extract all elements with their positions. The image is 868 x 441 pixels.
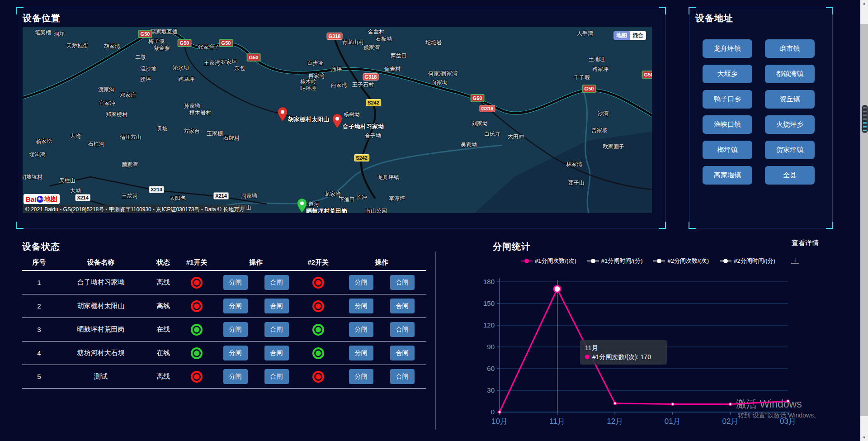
column-header: 状态: [146, 258, 181, 267]
svg-text:02月: 02月: [722, 417, 738, 426]
close-switch-button[interactable]: 合闸: [264, 275, 289, 290]
corner-decoration: [16, 222, 24, 229]
open-switch-button[interactable]: 分闸: [223, 346, 248, 360]
table-row: 1合子坳村习家坳离线分闸合闸分闸合闸: [22, 271, 426, 294]
close-switch-button[interactable]: 合闸: [264, 369, 289, 384]
svg-text:12月: 12月: [607, 417, 623, 426]
address-button[interactable]: 都镇湾镇: [765, 65, 815, 83]
road-shield: G50: [642, 71, 652, 79]
map-place-label: 合子坳: [365, 132, 381, 140]
map-place-label: 王子石村: [352, 81, 374, 89]
cell-index: 4: [22, 349, 56, 357]
map-pin-label: 晒鼓坪村荒田岗: [306, 207, 347, 213]
address-button[interactable]: 高家堰镇: [703, 166, 752, 185]
address-button[interactable]: 龙舟坪镇: [703, 39, 752, 58]
map-place-label: 笔架槽: [35, 29, 51, 37]
address-button[interactable]: 资丘镇: [765, 90, 815, 109]
address-button[interactable]: 磨市镇: [765, 39, 815, 58]
open-switch-button[interactable]: 分闸: [223, 299, 248, 313]
road-shield: X214: [75, 194, 90, 201]
baidu-map[interactable]: 笔架槽洞坪天鹅抱蛋胡家湾高家堰互通梅子溪紫金寨张家台子金盆村石板坳青龙山村侯家湾…: [23, 27, 652, 213]
open-switch-button[interactable]: 分闸: [223, 369, 248, 384]
cell-status: 离线: [146, 372, 181, 381]
map-place-label: 跑马坪: [178, 76, 194, 83]
cell-status: 离线: [146, 302, 181, 310]
road-shield: X214: [213, 192, 229, 199]
close-switch-button[interactable]: 合闸: [264, 299, 289, 313]
download-icon[interactable]: ↓: [791, 256, 799, 264]
svg-text:120: 120: [483, 321, 495, 329]
cell-status: 在线: [146, 349, 181, 357]
open-switch-button[interactable]: 分闸: [223, 322, 248, 337]
scrollbar-thumb[interactable]: [860, 24, 868, 416]
corner-decoration: [659, 222, 666, 229]
close-switch-button[interactable]: 合闸: [264, 322, 289, 337]
legend-item[interactable]: #2分闸次数/(次): [653, 257, 709, 265]
map-place-label: 流沙坡: [140, 65, 156, 73]
operation-cell: 分闸合闸: [337, 275, 426, 290]
table-row: 3晒鼓坪村荒田岗在线分闸合闸分闸合闸: [22, 318, 426, 341]
svg-text:180: 180: [483, 278, 495, 285]
cell-device-name: 测试: [56, 372, 146, 381]
corner-decoration: [689, 7, 696, 14]
open-switch-button[interactable]: 分闸: [223, 275, 248, 290]
device-location-panel: 设备位置 笔架槽洞坪天鹅抱蛋胡家湾高家堰互通梅子溪紫金寨张家台子金盆村石板坳青龙…: [17, 8, 665, 228]
map-place-label: 高家堰互通: [151, 28, 178, 36]
address-button[interactable]: 贺家坪镇: [765, 141, 815, 159]
address-button[interactable]: 火烧坪乡: [765, 115, 815, 134]
open-switch-button[interactable]: 分闸: [349, 299, 373, 313]
address-button[interactable]: 全县: [765, 166, 815, 185]
open-switch-button[interactable]: 分闸: [349, 275, 373, 290]
close-switch-button[interactable]: 合闸: [390, 299, 415, 313]
address-button[interactable]: 榔坪镇: [703, 141, 752, 159]
close-switch-button[interactable]: 合闸: [390, 369, 415, 384]
map-place-label: 大田冲: [508, 133, 524, 141]
map-pin-red[interactable]: [278, 107, 288, 122]
address-button[interactable]: 渔峡口镇: [703, 115, 752, 134]
map-place-label: 路家坪: [592, 66, 609, 73]
baidu-paw-icon: du: [37, 196, 43, 203]
address-button[interactable]: 鸭子口乡: [703, 90, 752, 109]
road-shield: G318: [480, 105, 495, 112]
map-type-control[interactable]: 地图 混合: [613, 31, 646, 40]
switch-indicator-on: [299, 347, 337, 359]
map-place-label: 林家湾: [566, 161, 582, 168]
scrollbar-widget[interactable]: [862, 105, 868, 133]
scrollbar-down-arrow[interactable]: ▼: [860, 436, 868, 440]
switch-indicator-off: [181, 277, 212, 289]
column-header: #1开关: [181, 258, 212, 267]
operation-cell: 分闸合闸: [212, 322, 299, 337]
map-place-label: 东包: [234, 65, 245, 72]
close-switch-button[interactable]: 合闸: [390, 322, 415, 337]
map-place-label: 邓家庄: [120, 91, 136, 99]
close-switch-button[interactable]: 合闸: [390, 346, 415, 360]
close-switch-button[interactable]: 合闸: [390, 275, 415, 290]
map-type-option-hybrid[interactable]: 混合: [630, 31, 646, 40]
table-row: 2胡家棚村太阳山离线分闸合闸分闸合闸: [22, 294, 426, 318]
open-switch-button[interactable]: 分闸: [349, 369, 373, 384]
legend-item[interactable]: #2分闸时间/(分): [720, 257, 775, 265]
tooltip-title: 11月: [585, 343, 662, 352]
corner-decoration: [826, 222, 833, 229]
map-type-option-map[interactable]: 地图: [613, 31, 630, 40]
map-place-label: 太阳包: [170, 194, 186, 202]
legend-label: #2分闸时间/(分): [734, 257, 775, 265]
cell-status: 离线: [146, 278, 181, 287]
scrollbar-up-arrow[interactable]: ▲: [860, 1, 868, 5]
chart-legend: #1分闸次数/(次) #1分闸时间/(分) #2分闸次数/(次) #2分闸时间/…: [521, 257, 775, 265]
open-switch-button[interactable]: 分闸: [349, 346, 373, 360]
legend-item[interactable]: #1分闸时间/(分): [587, 257, 643, 265]
address-button[interactable]: 大堰乡: [703, 65, 752, 83]
map-pin-green[interactable]: [297, 199, 307, 213]
map-place-label: 王家棚: [207, 130, 223, 138]
view-details-link[interactable]: 查看详情: [792, 239, 819, 247]
legend-item[interactable]: #1分闸次数/(次): [521, 257, 576, 265]
switch-indicator-on: [181, 347, 212, 359]
map-place-label: 二墩: [135, 53, 146, 61]
map-pin-red[interactable]: [332, 114, 342, 128]
open-switch-button[interactable]: 分闸: [349, 322, 373, 337]
close-switch-button[interactable]: 合闸: [264, 346, 289, 360]
column-header: #2开关: [299, 258, 337, 267]
road-shield: G50: [138, 30, 152, 38]
switch-indicator-on: [181, 324, 212, 336]
